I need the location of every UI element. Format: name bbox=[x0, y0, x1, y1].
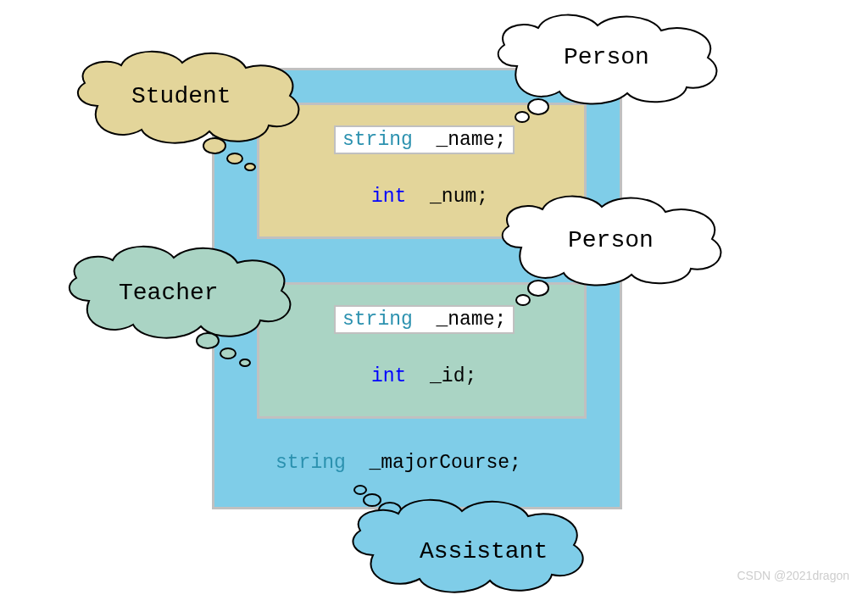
type-keyword: int bbox=[371, 186, 406, 208]
student-name-field: string _name; bbox=[334, 125, 515, 154]
svg-point-0 bbox=[528, 99, 548, 114]
assistant-label: Assistant bbox=[420, 538, 548, 564]
student-label: Student bbox=[131, 83, 231, 109]
svg-point-9 bbox=[240, 359, 250, 366]
identifier bbox=[358, 452, 370, 474]
svg-point-10 bbox=[354, 486, 366, 494]
watermark: CSDN @2021dragon bbox=[737, 569, 849, 582]
identifier bbox=[418, 365, 430, 387]
identifier: _majorCourse; bbox=[369, 452, 520, 474]
type-keyword: string bbox=[342, 309, 413, 331]
assistant-bubble bbox=[309, 475, 598, 595]
svg-point-4 bbox=[245, 164, 255, 170]
svg-point-3 bbox=[227, 153, 242, 164]
identifier bbox=[425, 129, 437, 151]
identifier bbox=[425, 309, 437, 331]
svg-point-6 bbox=[516, 295, 530, 305]
identifier: _name; bbox=[436, 129, 506, 151]
svg-point-7 bbox=[197, 333, 219, 348]
assistant-major-field: string _majorCourse; bbox=[275, 452, 521, 474]
type-keyword: int bbox=[371, 365, 406, 387]
identifier: _name; bbox=[436, 309, 506, 331]
person-label-1: Person bbox=[564, 44, 649, 70]
teacher-id-field: int _id; bbox=[371, 365, 476, 387]
type-keyword: string bbox=[275, 452, 346, 474]
svg-point-5 bbox=[528, 281, 548, 296]
svg-point-1 bbox=[515, 112, 529, 122]
identifier: _id; bbox=[430, 365, 476, 387]
svg-point-8 bbox=[220, 348, 236, 359]
svg-point-11 bbox=[364, 494, 381, 506]
teacher-label: Teacher bbox=[119, 280, 219, 306]
type-keyword: string bbox=[342, 129, 413, 151]
person-label-2: Person bbox=[568, 227, 654, 253]
identifier bbox=[418, 186, 430, 208]
svg-point-2 bbox=[203, 138, 225, 153]
